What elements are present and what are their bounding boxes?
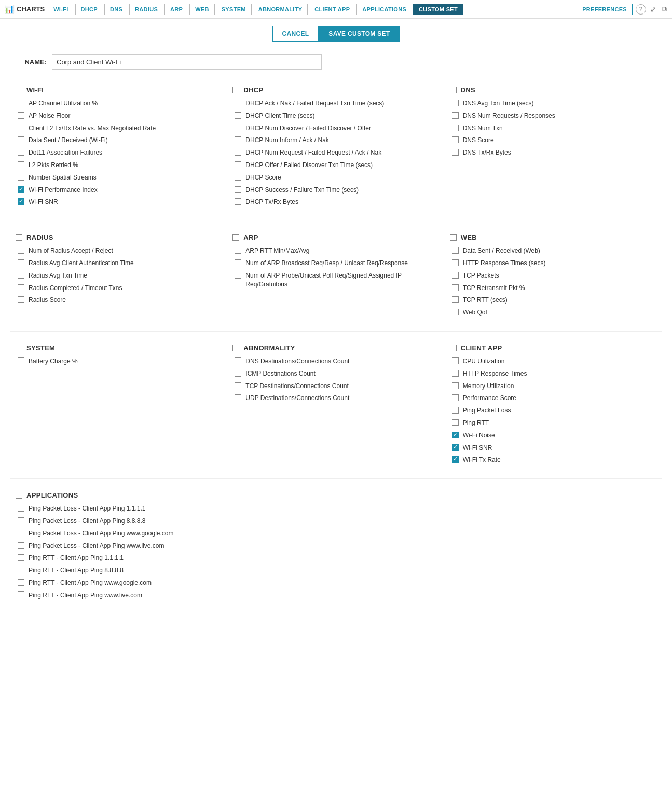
wifi-section-item-checkbox-4[interactable] [18,149,24,156]
dns-section-item-label-2: DNS Num Txn [463,124,503,133]
web-section-item-checkbox-3[interactable] [452,284,459,291]
system-section-header-checkbox[interactable] [16,345,22,351]
web-section-header-checkbox[interactable] [450,234,457,241]
wifi-section-item-checkbox-1[interactable] [18,112,24,119]
radius-section-item-checkbox-3[interactable] [18,284,24,291]
web-section-item-checkbox-5[interactable] [452,309,459,315]
expand-button[interactable]: ⤢ [649,4,657,15]
dhcp-section-item-checkbox-5[interactable] [235,161,241,168]
abnormality-section-item-checkbox-3[interactable] [235,394,241,401]
nav-tab-dhcp[interactable]: DHCP [75,4,103,15]
dhcp-section-item-checkbox-7[interactable] [235,186,241,193]
arp-section-item-checkbox-1[interactable] [235,259,241,266]
system-section-item-checkbox-0[interactable] [18,357,24,364]
dns-section-header-checkbox[interactable] [450,87,457,93]
radius-section-item-checkbox-2[interactable] [18,272,24,279]
client-app-section-item-label-8: Wi-Fi Tx Rate [463,456,501,464]
radius-section-header-checkbox[interactable] [16,234,22,241]
radius-section-item-checkbox-0[interactable] [18,247,24,254]
list-item: AP Noise Floor [16,112,219,120]
section-row-2: RADIUSNum of Radius Accept / RejectRadiu… [10,225,662,326]
preferences-button[interactable]: PREFERENCES [577,4,633,15]
client-app-section-item-checkbox-1[interactable] [452,370,459,377]
radius-section-item-checkbox-4[interactable] [18,296,24,303]
dns-section-item-checkbox-0[interactable] [452,100,459,106]
dhcp-section-item-checkbox-6[interactable] [235,174,241,181]
arp-section-header-checkbox[interactable] [232,234,239,241]
nav-tab-applications[interactable]: APPLICATIONS [356,4,412,15]
client-app-section-item-checkbox-7[interactable] [452,444,459,451]
abnormality-section-item-checkbox-2[interactable] [235,382,241,389]
nav-tab-custom-set[interactable]: CUSTOM SET [413,4,463,15]
dns-section-item-checkbox-3[interactable] [452,136,459,143]
wifi-section-item-label-6: Number Spatial Streams [29,173,97,182]
wifi-section-item-checkbox-3[interactable] [18,136,24,143]
dhcp-section-item-checkbox-2[interactable] [235,125,241,131]
applications-section-item-checkbox-3[interactable] [18,542,24,549]
dhcp-section-item-checkbox-3[interactable] [235,136,241,143]
wifi-section-header-checkbox[interactable] [16,87,22,93]
list-item: TCP Packets [450,271,653,280]
dhcp-section-item-checkbox-1[interactable] [235,112,241,119]
dns-section-item-checkbox-2[interactable] [452,125,459,131]
abnormality-section-item-checkbox-1[interactable] [235,370,241,377]
applications-section-item-checkbox-2[interactable] [18,530,24,536]
applications-section-item-checkbox-0[interactable] [18,505,24,512]
dhcp-section-header-checkbox[interactable] [232,87,239,93]
list-item: Performance Score [450,394,653,403]
radius-section-item-label-1: Radius Avg Client Authentication Time [29,259,134,268]
dhcp-section-item-checkbox-4[interactable] [235,149,241,156]
client-app-section-header-checkbox[interactable] [450,345,457,351]
client-app-section-item-checkbox-5[interactable] [452,419,459,426]
save-button[interactable]: SAVE CUSTOM SET [319,26,400,42]
arp-section-item-checkbox-0[interactable] [235,247,241,254]
nav-tab-abnormality[interactable]: ABNORMALITY [253,4,308,15]
radius-section-item-label-2: Radius Avg Txn Time [29,271,87,280]
wifi-section-item-checkbox-0[interactable] [18,100,24,106]
applications-section-item-checkbox-7[interactable] [18,591,24,598]
applications-section-item-checkbox-5[interactable] [18,567,24,573]
web-section-item-checkbox-0[interactable] [452,247,459,254]
list-item: Data Sent / Received (Web) [450,246,653,255]
dhcp-section-item-checkbox-0[interactable] [235,100,241,106]
abnormality-section-item-checkbox-0[interactable] [235,357,241,364]
web-section-item-checkbox-1[interactable] [452,259,459,266]
client-app-section-item-checkbox-6[interactable] [452,432,459,438]
wifi-section-item-checkbox-6[interactable] [18,174,24,181]
applications-section-item-checkbox-1[interactable] [18,517,24,524]
applications-section-item-checkbox-4[interactable] [18,554,24,561]
help-button[interactable]: ? [636,4,646,15]
popout-button[interactable]: ⧉ [661,4,668,15]
client-app-section-item-checkbox-4[interactable] [452,407,459,414]
client-app-section-item-checkbox-8[interactable] [452,456,459,463]
cancel-button[interactable]: CANCEL [272,26,319,42]
arp-section-item-checkbox-2[interactable] [235,272,241,279]
nav-tab-arp[interactable]: ARP [164,4,188,15]
wifi-section-item-checkbox-2[interactable] [18,125,24,131]
abnormality-section-item-label-0: DNS Destinations/Connections Count [245,357,349,366]
nav-tab-radius[interactable]: RADIUS [129,4,163,15]
abnormality-section-header-checkbox[interactable] [232,345,239,351]
wifi-section-item-checkbox-5[interactable] [18,161,24,168]
nav-tab-web[interactable]: WEB [189,4,215,15]
dhcp-section-item-checkbox-8[interactable] [235,198,241,205]
section-row-1: WI-FIAP Channel Utilization %AP Noise Fl… [10,78,662,215]
nav-tab-client-app[interactable]: CLIENT APP [309,4,355,15]
dhcp-section-title: DHCP [243,86,263,94]
wifi-section-item-checkbox-8[interactable] [18,198,24,205]
nav-tab-dns[interactable]: DNS [104,4,128,15]
wifi-section-item-checkbox-7[interactable] [18,186,24,193]
dns-section-item-checkbox-1[interactable] [452,112,459,119]
applications-section-item-checkbox-6[interactable] [18,579,24,586]
dns-section-item-checkbox-4[interactable] [452,149,459,156]
nav-tab-wi-fi[interactable]: WI-FI [48,4,74,15]
radius-section-item-checkbox-1[interactable] [18,259,24,266]
applications-section-header-checkbox[interactable] [16,492,22,499]
web-section-item-checkbox-4[interactable] [452,296,459,303]
client-app-section-item-checkbox-3[interactable] [452,394,459,401]
name-input[interactable] [52,54,322,70]
nav-tab-system[interactable]: SYSTEM [216,4,252,15]
client-app-section-item-checkbox-0[interactable] [452,357,459,364]
client-app-section-item-checkbox-2[interactable] [452,382,459,389]
web-section-item-checkbox-2[interactable] [452,272,459,279]
